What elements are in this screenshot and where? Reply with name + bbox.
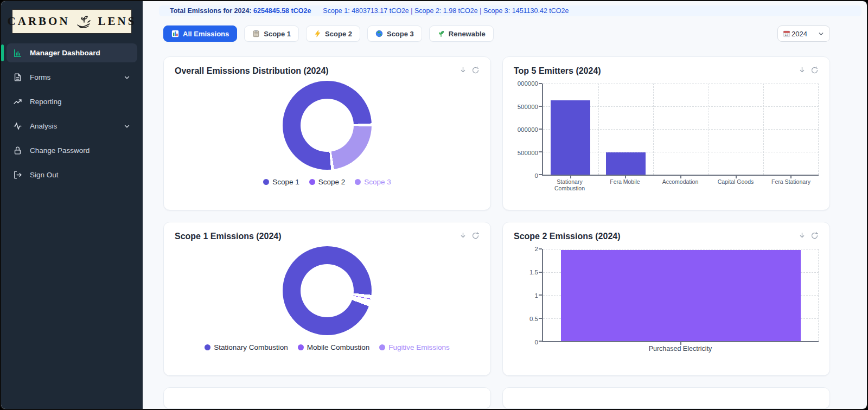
- document-icon: [13, 73, 22, 82]
- lock-icon: [13, 146, 22, 155]
- card-partial: [163, 387, 491, 409]
- app-window: CARBON LENS Manager Dashboard: [0, 0, 868, 410]
- refresh-icon[interactable]: [810, 66, 819, 74]
- logo-text-lens: LENS: [98, 15, 137, 28]
- x-axis-category-label: Stationary Combustion: [542, 178, 597, 191]
- globe-emoji-icon: [375, 30, 383, 37]
- filter-label: Scope 2: [325, 30, 352, 38]
- banner-scope-breakdown: Scope 1: 4803713.17 tCO2e | Scope 2: 1.9…: [323, 7, 569, 15]
- filter-scope-1-button[interactable]: Scope 1: [244, 25, 299, 42]
- legend-item-stationary-combustion[interactable]: Stationary Combustion: [205, 343, 288, 351]
- carbon-lens-logo: CARBON LENS: [12, 9, 132, 34]
- bar-chart-top-5-emitters: 0000005000000000005000000Stationary Comb…: [514, 84, 819, 191]
- bar-chart-icon: [13, 48, 22, 57]
- card-top-5-emitters: Top 5 Emitters (2024) 000000500000000000…: [502, 56, 830, 210]
- sidebar-item-sign-out[interactable]: Sign Out: [7, 165, 137, 184]
- main-content: Total Emissions for 2024: 6254845.58 tCO…: [143, 1, 867, 409]
- filter-label: Scope 1: [264, 30, 291, 38]
- bar-purchased-electricity: [561, 250, 801, 341]
- filter-all-emissions-button[interactable]: All Emissions: [163, 25, 237, 42]
- bar-chart-scope-2: 21.510.50Purchased Electricity: [514, 249, 819, 353]
- chart-legend: Stationary Combustion Mobile Combustion …: [205, 343, 450, 351]
- chart-legend: Scope 1 Scope 2 Scope 3: [263, 178, 391, 186]
- sidebar-item-reporting[interactable]: Reporting: [7, 92, 137, 111]
- legend-swatch: [263, 179, 269, 185]
- filter-toolbar: All Emissions Scope 1 Scope 2: [163, 25, 830, 42]
- sidebar-item-label: Change Password: [30, 146, 90, 155]
- legend-item-mobile-combustion[interactable]: Mobile Combustion: [298, 343, 370, 351]
- filter-scope-2-button[interactable]: Scope 2: [306, 25, 360, 42]
- chevron-down-icon: [123, 123, 131, 130]
- legend-item-scope-3[interactable]: Scope 3: [355, 178, 391, 186]
- y-axis-tick-label: 2: [535, 246, 538, 252]
- y-axis-tick-label: 000000: [518, 80, 538, 87]
- card-title: Top 5 Emitters (2024): [514, 66, 601, 76]
- banner-label: Total Emissions for 2024:: [170, 7, 252, 15]
- legend-swatch: [298, 344, 304, 350]
- sign-out-icon: [13, 170, 22, 180]
- legend-swatch: [379, 344, 385, 350]
- sidebar: CARBON LENS Manager Dashboard: [1, 1, 143, 409]
- legend-swatch: [355, 179, 361, 185]
- bar-stationary-combustion: [551, 100, 590, 175]
- legend-swatch: [205, 344, 210, 350]
- filter-label: Renewable: [449, 30, 486, 38]
- sidebar-item-label: Sign Out: [30, 171, 59, 179]
- seedling-emoji-icon: [437, 30, 445, 37]
- x-axis-category-label: Fera Stationary: [763, 178, 819, 191]
- lightning-emoji-icon: [314, 30, 321, 37]
- x-axis-category-label: Capital Goods: [708, 178, 763, 191]
- legend-item-scope-2[interactable]: Scope 2: [309, 178, 346, 186]
- clipboard-emoji-icon: [252, 30, 260, 37]
- sidebar-nav: Manager Dashboard Forms Reporting A: [1, 41, 143, 187]
- svg-text:17: 17: [785, 33, 788, 36]
- download-icon[interactable]: [459, 232, 467, 240]
- sidebar-item-manager-dashboard[interactable]: Manager Dashboard: [7, 43, 137, 62]
- download-icon[interactable]: [798, 232, 806, 240]
- refresh-icon[interactable]: [810, 232, 819, 240]
- y-axis-tick-label: 500000: [518, 104, 538, 110]
- legend-item-fugitive-emissions[interactable]: Fugitive Emissions: [379, 343, 450, 351]
- banner-total-value: 6254845.58 tCO2e: [253, 7, 311, 15]
- card-title: Overall Emissions Distribution (2024): [175, 66, 329, 76]
- y-axis-tick-label: 1.5: [529, 269, 538, 276]
- legend-item-scope-1[interactable]: Scope 1: [263, 178, 299, 186]
- y-axis-tick-label: 0.5: [529, 316, 538, 322]
- sidebar-item-forms[interactable]: Forms: [7, 68, 137, 87]
- year-select[interactable]: 17 2024: [777, 25, 830, 42]
- download-icon[interactable]: [798, 66, 806, 74]
- sidebar-item-label: Analysis: [30, 122, 57, 130]
- refresh-icon[interactable]: [471, 66, 480, 74]
- bar-chart-emoji-icon: [171, 30, 179, 37]
- hand-with-sprout-icon: [74, 13, 94, 30]
- card-partial: [502, 387, 830, 409]
- sidebar-item-label: Reporting: [30, 98, 62, 106]
- filter-label: All Emissions: [183, 30, 229, 38]
- card-scope-1-emissions: Scope 1 Emissions (2024) Stationary Comb…: [163, 222, 491, 376]
- sidebar-item-analysis[interactable]: Analysis: [7, 117, 137, 136]
- x-axis-category-label: Purchased Electricity: [542, 345, 819, 353]
- activity-icon: [13, 121, 22, 131]
- dashboard-grid: Overall Emissions Distribution (2024) Sc…: [163, 56, 830, 409]
- bar-fera-mobile: [606, 152, 646, 175]
- logo-text-carbon: CARBON: [8, 15, 70, 28]
- refresh-icon[interactable]: [471, 232, 480, 240]
- legend-swatch: [309, 179, 315, 185]
- sidebar-item-label: Manager Dashboard: [30, 49, 100, 57]
- donut-chart-overall-distribution: [283, 81, 372, 170]
- download-icon[interactable]: [459, 66, 467, 74]
- donut-chart-scope-1: [283, 246, 372, 335]
- total-emissions-banner: Total Emissions for 2024: 6254845.58 tCO…: [159, 5, 861, 16]
- filter-renewable-button[interactable]: Renewable: [429, 25, 494, 42]
- y-axis-tick-label: 0: [535, 172, 538, 179]
- card-scope-2-emissions: Scope 2 Emissions (2024) 21.510.50Purcha…: [502, 222, 830, 376]
- sidebar-item-label: Forms: [30, 73, 50, 81]
- year-select-value: 2024: [792, 30, 807, 38]
- filter-scope-3-button[interactable]: Scope 3: [367, 25, 422, 42]
- x-axis-category-label: Accomodation: [653, 178, 708, 191]
- x-axis-category-label: Fera Mobile: [597, 178, 653, 191]
- chevron-down-icon: [123, 74, 131, 81]
- y-axis-tick-label: 500000: [518, 150, 538, 156]
- y-axis-tick-label: 000000: [518, 126, 538, 133]
- sidebar-item-change-password[interactable]: Change Password: [7, 141, 137, 160]
